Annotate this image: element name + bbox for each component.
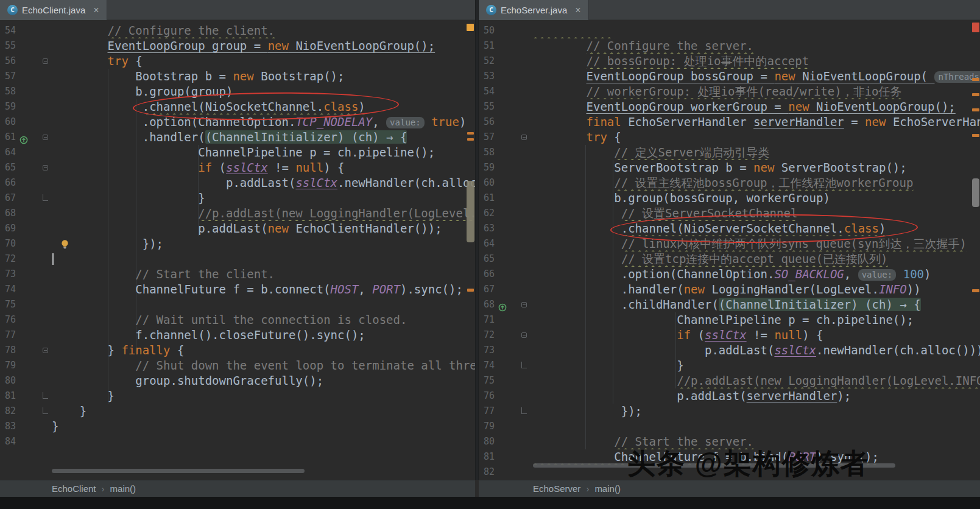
- fold-marker-icon[interactable]: [43, 392, 48, 399]
- tab-bar: C EchoServer.java ×: [479, 0, 980, 20]
- code-line[interactable]: 53 EventLoopGroup bossGroup = new NioEve…: [479, 69, 980, 84]
- fold-marker-icon[interactable]: [521, 135, 527, 140]
- line-number: 53: [479, 69, 497, 84]
- code-line[interactable]: 78 } finally {: [0, 343, 475, 358]
- code-line[interactable]: 58 // 定义Server端启动引导类: [479, 145, 980, 160]
- line-number: 61: [479, 191, 497, 206]
- code-line[interactable]: 61 b.group(bossGroup, workerGroup): [479, 191, 980, 206]
- code-line[interactable]: 58 b.group(group): [0, 84, 475, 99]
- code-line[interactable]: 63 .channel(NioServerSocketChannel.class…: [479, 221, 980, 236]
- code-line[interactable]: 76 // Wait until the connection is close…: [0, 312, 475, 328]
- code-line[interactable]: 50: [479, 23, 980, 38]
- code-line[interactable]: 79: [479, 419, 980, 434]
- horizontal-scrollbar-thumb[interactable]: [52, 469, 305, 473]
- code-line[interactable]: 68 //p.addLast(new LoggingHandler(LogLev…: [0, 206, 475, 221]
- code-line[interactable]: 67 }: [0, 191, 475, 206]
- code-line[interactable]: 80 group.shutdownGracefully();: [0, 373, 475, 388]
- code-line[interactable]: 72 if (sslCtx != null) {: [479, 328, 980, 343]
- code-line[interactable]: 64 ChannelPipeline p = ch.pipeline();: [0, 145, 475, 160]
- code-line[interactable]: 51 // Configure the server.: [479, 38, 980, 54]
- code-line[interactable]: 75: [0, 297, 475, 312]
- error-stripe-mark[interactable]: [972, 108, 979, 111]
- fold-marker-icon[interactable]: [43, 407, 48, 414]
- breadcrumb-file[interactable]: EchoClient: [52, 483, 96, 494]
- breadcrumb-file[interactable]: EchoServer: [533, 483, 580, 494]
- code-line[interactable]: 69 p.addLast(new EchoClientHandler());: [0, 221, 475, 236]
- overrides-method-icon[interactable]: [19, 133, 28, 141]
- code-line[interactable]: 73 p.addLast(sslCtx.newHandler(ch.alloc(…: [479, 343, 980, 358]
- code-line[interactable]: 82 }: [0, 404, 475, 419]
- code-line[interactable]: 60 // 设置主线程池bossGroup，工作线程池workerGroup: [479, 175, 980, 191]
- overrides-method-icon[interactable]: [498, 300, 507, 309]
- error-stripe-mark[interactable]: [972, 134, 979, 137]
- editor-tab[interactable]: C EchoClient.java ×: [0, 0, 107, 20]
- code-line[interactable]: 54 // workerGroup: 处理io事件(read/write)，非i…: [479, 84, 980, 99]
- close-tab-icon[interactable]: ×: [575, 5, 580, 15]
- code-line[interactable]: 76 p.addLast(serverHandler);: [479, 388, 980, 404]
- code-line[interactable]: 77 });: [479, 404, 980, 419]
- code-line[interactable]: 56 try {: [0, 54, 475, 69]
- vertical-scrollbar-thumb[interactable]: [467, 181, 474, 242]
- error-stripe-mark[interactable]: [972, 78, 979, 81]
- fold-marker-icon[interactable]: [521, 302, 527, 307]
- breadcrumb-method[interactable]: main(): [110, 483, 136, 494]
- close-tab-icon[interactable]: ×: [93, 5, 99, 15]
- fold-marker-icon[interactable]: [521, 332, 527, 338]
- code-line[interactable]: 59 ServerBootstrap b = new ServerBootstr…: [479, 160, 980, 175]
- code-line[interactable]: 57 try {: [479, 130, 980, 145]
- code-line[interactable]: 68 .childHandler((ChannelInitializer) (c…: [479, 297, 980, 312]
- code-line[interactable]: 55 EventLoopGroup group = new NioEventLo…: [0, 38, 475, 54]
- fold-marker-icon[interactable]: [521, 362, 527, 368]
- gutter-cell: [18, 23, 52, 38]
- breadcrumb-method[interactable]: main(): [594, 483, 621, 494]
- code-line[interactable]: 60 .option(ChannelOption.TCP_NODELAY, va…: [0, 114, 475, 130]
- fold-marker-icon[interactable]: [43, 135, 48, 140]
- editor-tab[interactable]: C EchoServer.java ×: [479, 0, 589, 20]
- error-stripe-corner[interactable]: [972, 23, 979, 32]
- code-line[interactable]: 54 // Configure the client.: [0, 23, 475, 38]
- code-line[interactable]: 70 });: [0, 236, 475, 251]
- code-line[interactable]: 52 // bossGroup: 处理io事件中的accept: [479, 54, 980, 69]
- error-stripe-mark[interactable]: [972, 289, 979, 292]
- code-line[interactable]: 61 .handler((ChannelInitializer) (ch) → …: [0, 130, 475, 145]
- code-token: NioEventLoopGroup();: [809, 100, 956, 113]
- code-line[interactable]: 65 // 设置tcp连接中的accept queue(已连接队列): [479, 251, 980, 267]
- error-stripe-mark[interactable]: [467, 138, 474, 141]
- code-line[interactable]: 62 // 设置ServerSocketChannel: [479, 206, 980, 221]
- code-line[interactable]: 56 final EchoServerHandler serverHandler…: [479, 114, 980, 130]
- code-line[interactable]: 59 .channel(NioSocketChannel.class): [0, 99, 475, 114]
- fold-marker-icon[interactable]: [521, 407, 527, 414]
- code-line[interactable]: 64 // linux内核中维护两个队列syns queue(syn到达，三次握…: [479, 236, 980, 251]
- code-line[interactable]: 74 }: [479, 358, 980, 373]
- code-line[interactable]: 75 //p.addLast(new LoggingHandler(LogLev…: [479, 373, 980, 388]
- code-token: ,: [372, 115, 386, 128]
- code-line[interactable]: 71 ChannelPipeline p = ch.pipeline();: [479, 312, 980, 328]
- code-line[interactable]: 57 Bootstrap b = new Bootstrap();: [0, 69, 475, 84]
- code-line[interactable]: 55 EventLoopGroup workerGroup = new NioE…: [479, 99, 980, 114]
- code-line[interactable]: 74 ChannelFuture f = b.connect(HOST, POR…: [0, 282, 475, 297]
- fold-marker-icon[interactable]: [43, 165, 48, 170]
- code-line[interactable]: 77 f.channel().closeFuture().sync();: [0, 328, 475, 343]
- code-line[interactable]: 65 if (sslCtx != null) {: [0, 160, 475, 175]
- code-line[interactable]: 66 p.addLast(sslCtx.newHandler(ch.alloc(…: [0, 175, 475, 191]
- code-line[interactable]: 66 .option(ChannelOption.SO_BACKLOG, val…: [479, 267, 980, 282]
- code-line[interactable]: 73 // Start the client.: [0, 267, 475, 282]
- code-line[interactable]: 67 .handler(new LoggingHandler(LogLevel.…: [479, 282, 980, 297]
- error-stripe-mark[interactable]: [467, 132, 474, 135]
- intention-bulb-icon[interactable]: [60, 238, 70, 248]
- code-line[interactable]: 84: [0, 434, 475, 449]
- fold-marker-icon[interactable]: [43, 194, 48, 201]
- code-text: // Configure the client.: [52, 23, 475, 38]
- code-text: // 定义Server端启动引导类: [531, 145, 980, 160]
- error-stripe-mark[interactable]: [467, 289, 474, 292]
- code-token: [531, 39, 587, 52]
- code-line[interactable]: 81 }: [0, 388, 475, 404]
- code-line[interactable]: 72: [0, 251, 475, 267]
- code-line[interactable]: 79 // Shut down the event loop to termin…: [0, 358, 475, 373]
- vertical-scrollbar-thumb[interactable]: [972, 178, 979, 207]
- fold-marker-icon[interactable]: [43, 348, 48, 353]
- error-stripe-mark[interactable]: [972, 93, 979, 96]
- fold-marker-icon[interactable]: [43, 58, 48, 64]
- error-stripe-corner[interactable]: [467, 24, 474, 31]
- code-line[interactable]: 83}: [0, 419, 475, 434]
